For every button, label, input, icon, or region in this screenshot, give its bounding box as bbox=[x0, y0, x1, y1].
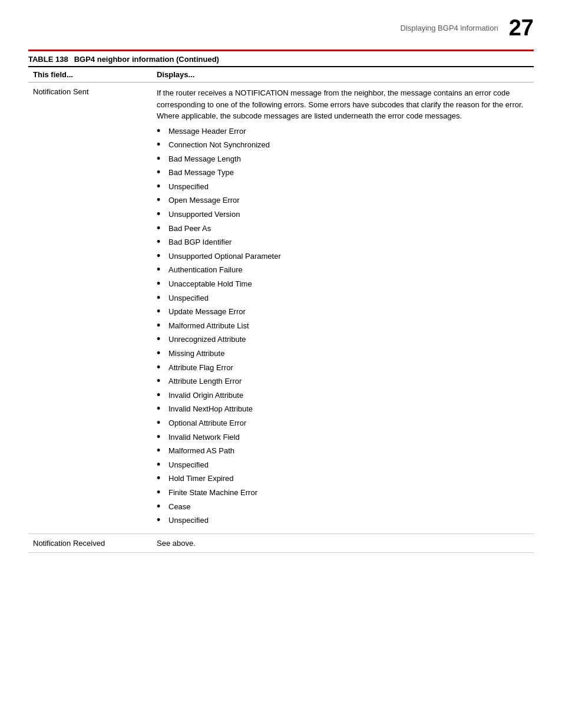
list-item: •Message Header Error bbox=[157, 126, 529, 139]
bullet-icon: • bbox=[157, 514, 166, 527]
bullet-icon: • bbox=[157, 250, 166, 263]
table-label: TABLE 138 bbox=[28, 55, 68, 64]
bullet-icon: • bbox=[157, 125, 166, 138]
list-item: •Unsupported Optional Parameter bbox=[157, 251, 529, 263]
bullet-icon: • bbox=[157, 194, 166, 207]
list-item-text: Authentication Failure bbox=[168, 264, 243, 276]
bullet-icon: • bbox=[157, 236, 166, 249]
list-item: •Attribute Flag Error bbox=[157, 362, 529, 375]
list-item-text: Invalid Network Field bbox=[168, 431, 240, 444]
bullet-icon: • bbox=[157, 444, 166, 457]
list-item: •Unspecified bbox=[157, 459, 529, 472]
bullet-icon: • bbox=[157, 472, 166, 485]
bullet-icon: • bbox=[157, 431, 166, 444]
bullet-icon: • bbox=[157, 486, 166, 499]
list-item: •Attribute Length Error bbox=[157, 375, 529, 388]
list-item: •Update Message Error bbox=[157, 306, 529, 319]
bullet-icon: • bbox=[157, 361, 166, 374]
list-item: •Invalid Network Field bbox=[157, 431, 529, 444]
list-item-text: Connection Not Synchronized bbox=[168, 139, 270, 151]
list-item: •Missing Attribute bbox=[157, 348, 529, 361]
bullet-list: •Message Header Error•Connection Not Syn… bbox=[157, 126, 529, 528]
list-item-text: Bad BGP Identifier bbox=[168, 236, 232, 249]
list-item-text: Bad Message Length bbox=[168, 153, 241, 166]
list-item: •Authentication Failure bbox=[157, 264, 529, 277]
data-table: This field... Displays... Notification S… bbox=[28, 66, 534, 553]
field-cell: Notification Received bbox=[28, 533, 152, 552]
list-item: •Unsupported Version bbox=[157, 209, 529, 222]
list-item-text: Invalid Origin Attribute bbox=[168, 390, 243, 402]
list-item: •Cease bbox=[157, 501, 529, 514]
bullet-icon: • bbox=[157, 153, 166, 166]
list-item-text: Hold Timer Expired bbox=[168, 473, 234, 485]
table-header-row: This field... Displays... bbox=[28, 67, 534, 83]
list-item: •Unspecified bbox=[157, 292, 529, 305]
list-item-text: Unspecified bbox=[168, 181, 209, 193]
display-cell: See above. bbox=[152, 533, 534, 552]
list-item-text: Bad Peer As bbox=[168, 223, 211, 235]
bullet-icon: • bbox=[157, 208, 166, 221]
list-item-text: Unacceptable Hold Time bbox=[168, 278, 252, 291]
bullet-icon: • bbox=[157, 278, 166, 291]
bullet-icon: • bbox=[157, 292, 166, 305]
bullet-icon: • bbox=[157, 263, 166, 276]
list-item: •Malformed Attribute List bbox=[157, 320, 529, 333]
list-item-text: Unspecified bbox=[168, 292, 209, 305]
list-item: •Optional Attribute Error bbox=[157, 417, 529, 430]
col-header-field: This field... bbox=[28, 67, 152, 83]
list-item-text: Cease bbox=[168, 501, 191, 513]
list-item-text: Unsupported Optional Parameter bbox=[168, 251, 281, 263]
bullet-icon: • bbox=[157, 166, 166, 179]
list-item-text: Attribute Length Error bbox=[168, 375, 242, 388]
list-item-text: Malformed AS Path bbox=[168, 445, 234, 457]
list-item-text: Attribute Flag Error bbox=[168, 362, 233, 374]
bullet-icon: • bbox=[157, 403, 166, 416]
list-item: •Bad BGP Identifier bbox=[157, 236, 529, 249]
list-item: •Unrecognized Attribute bbox=[157, 334, 529, 347]
bullet-icon: • bbox=[157, 180, 166, 193]
list-item-text: Open Message Error bbox=[168, 195, 240, 207]
display-cell: If the router receives a NOTIFICATION me… bbox=[152, 83, 534, 534]
bullet-icon: • bbox=[157, 139, 166, 151]
bullet-icon: • bbox=[157, 347, 166, 360]
list-item: •Unspecified bbox=[157, 181, 529, 194]
bullet-icon: • bbox=[157, 417, 166, 430]
section-title: Displaying BGP4 information bbox=[401, 24, 498, 32]
list-item: •Hold Timer Expired bbox=[157, 473, 529, 486]
table-row: Notification SentIf the router receives … bbox=[28, 83, 534, 534]
bullet-icon: • bbox=[157, 389, 166, 402]
description-text: If the router receives a NOTIFICATION me… bbox=[157, 87, 529, 122]
list-item: •Invalid Origin Attribute bbox=[157, 390, 529, 403]
list-item: •Connection Not Synchronized bbox=[157, 139, 529, 152]
list-item-text: Unsupported Version bbox=[168, 209, 240, 221]
main-content: TABLE 138 BGP4 neighbor information (Con… bbox=[0, 50, 562, 577]
list-item: •Bad Message Length bbox=[157, 153, 529, 166]
bullet-icon: • bbox=[157, 333, 166, 346]
list-item: •Malformed AS Path bbox=[157, 445, 529, 458]
table-caption: BGP4 neighbor information (Continued) bbox=[74, 55, 219, 64]
list-item: •Invalid NextHop Attribute bbox=[157, 403, 529, 416]
list-item-text: Update Message Error bbox=[168, 306, 246, 318]
list-item-text: Message Header Error bbox=[168, 126, 246, 138]
field-cell: Notification Sent bbox=[28, 83, 152, 534]
page-header: Displaying BGP4 information 27 bbox=[0, 0, 562, 50]
list-item-text: Finite State Machine Error bbox=[168, 487, 257, 499]
list-item: •Unspecified bbox=[157, 515, 529, 528]
page-number: 27 bbox=[509, 17, 534, 39]
list-item-text: Unrecognized Attribute bbox=[168, 334, 246, 346]
bullet-icon: • bbox=[157, 222, 166, 235]
list-item-text: Bad Message Type bbox=[168, 167, 234, 179]
bullet-icon: • bbox=[157, 459, 166, 472]
bullet-icon: • bbox=[157, 305, 166, 318]
list-item-text: Unspecified bbox=[168, 515, 209, 527]
list-item-text: Missing Attribute bbox=[168, 348, 224, 360]
list-item: •Finite State Machine Error bbox=[157, 487, 529, 500]
bullet-icon: • bbox=[157, 319, 166, 332]
list-item-text: Unspecified bbox=[168, 459, 209, 472]
table-row: Notification ReceivedSee above. bbox=[28, 533, 534, 552]
list-item: •Unacceptable Hold Time bbox=[157, 278, 529, 291]
table-title-row: TABLE 138 BGP4 neighbor information (Con… bbox=[28, 50, 534, 66]
col-header-displays: Displays... bbox=[152, 67, 534, 83]
list-item: •Open Message Error bbox=[157, 195, 529, 207]
list-item-text: Optional Attribute Error bbox=[168, 417, 246, 430]
